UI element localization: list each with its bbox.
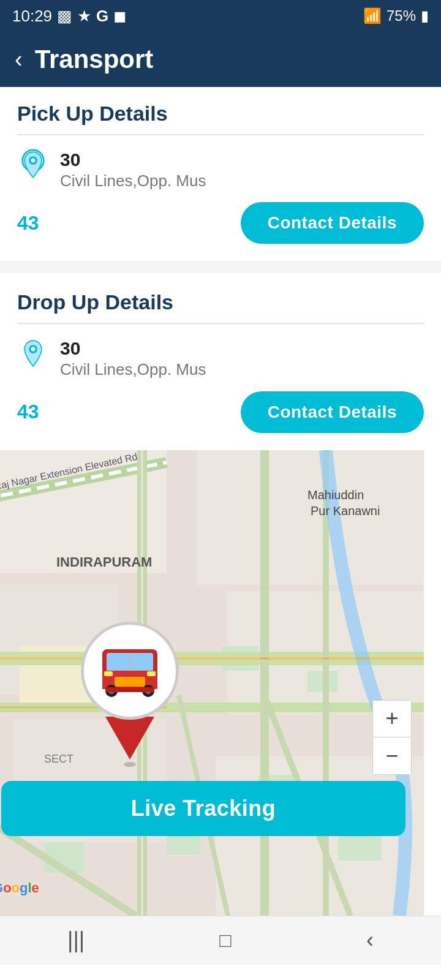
svg-text:Mahiuddin: Mahiuddin [307,488,364,502]
dropup-section: Drop Up Details 30 Civil Lines,Opp. Mus … [17,290,424,432]
dropup-divider [17,323,424,324]
pickup-loc-number: 30 [60,149,206,171]
zoom-out-button[interactable]: − [373,737,411,774]
dropup-location-row: 30 Civil Lines,Opp. Mus [17,337,424,380]
nav-back-icon[interactable]: ‹ [366,927,374,953]
pickup-divider [17,134,424,135]
svg-point-4 [31,347,36,351]
bus-pin-marker [75,622,185,769]
pin-shadow [124,762,136,767]
dropup-location-text: 30 Civil Lines,Opp. Mus [60,337,206,380]
map-container: INDIRAPURAM SECTOR 63 Mahiuddin Pur Kana… [0,450,424,916]
zoom-in-button[interactable]: + [373,701,411,737]
pickup-pin-icon [17,149,49,181]
time-display: 10:29 [12,7,52,26]
pickup-section-title: Pick Up Details [17,102,424,134]
nav-recent-apps-icon[interactable]: ||| [67,927,85,953]
svg-text:Pur Kanawni: Pur Kanawni [311,504,380,518]
back-button[interactable]: ‹ [15,48,23,71]
dropup-contact-row: 43 Contact Details [17,391,424,433]
bus-pin-bottom [105,717,154,760]
svg-rect-49 [147,671,156,676]
bottom-nav: ||| □ ‹ [0,916,441,965]
dropup-loc-address: Civil Lines,Opp. Mus [60,360,206,380]
dropup-pin-icon [17,337,49,369]
battery-icon: ▮ [421,7,429,24]
section-gap [0,261,441,273]
wifi-signal-icon: 📶 [363,7,382,24]
map-background: INDIRAPURAM SECTOR 63 Mahiuddin Pur Kana… [0,450,424,916]
page-title: Transport [35,45,154,74]
pickup-location-text: 30 Civil Lines,Opp. Mus [60,149,206,192]
g-icon: G [96,7,108,26]
header: ‹ Transport [0,32,441,87]
bus-icon-circle [81,622,179,720]
google-logo: Google [0,880,39,896]
svg-rect-7 [197,450,424,585]
pickup-section: Pick Up Details 30 Civil Lines,Opp. Mus … [17,102,424,244]
sim-icon: ▩ [57,7,72,26]
wifi-icon: ★ [77,7,91,26]
photo-icon: ◼ [113,7,127,26]
live-tracking-button[interactable]: Live Tracking [1,781,405,836]
svg-rect-48 [104,671,113,676]
bus-icon-svg [93,637,167,704]
dropup-contact-details-button[interactable]: Contact Details [241,391,424,433]
zoom-controls: + − [372,700,412,775]
svg-point-2 [31,158,36,162]
status-bar: 10:29 ▩ ★ G ◼ 📶 75% ▮ [0,0,441,32]
pickup-loc-address: Civil Lines,Opp. Mus [60,171,206,192]
svg-text:INDIRAPURAM: INDIRAPURAM [56,554,152,570]
dropup-contact-number: 43 [17,401,39,423]
pickup-location-row: 30 Civil Lines,Opp. Mus [17,149,424,192]
content-area: Pick Up Details 30 Civil Lines,Opp. Mus … [0,87,441,433]
svg-rect-50 [105,687,154,692]
pickup-contact-details-button[interactable]: Contact Details [241,202,424,244]
pickup-contact-row: 43 Contact Details [17,202,424,244]
status-left: 10:29 ▩ ★ G ◼ [12,7,127,26]
dropup-section-title: Drop Up Details [17,290,424,323]
nav-home-icon[interactable]: □ [219,929,231,952]
svg-text:SECT: SECT [44,753,74,765]
dropup-loc-number: 30 [60,337,206,360]
pickup-contact-number: 43 [17,212,39,235]
battery-text: 75% [386,7,416,24]
svg-rect-43 [115,677,145,687]
status-right: 📶 75% ▮ [363,7,429,24]
